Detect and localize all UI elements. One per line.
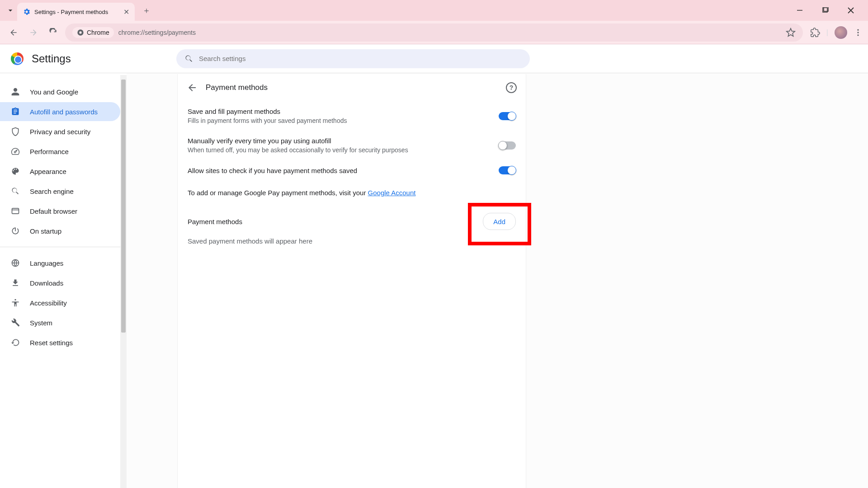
sidebar-item-you-and-google[interactable]: You and Google [0, 82, 120, 101]
forward-icon[interactable] [25, 24, 42, 41]
section-title: Payment methods [188, 218, 242, 225]
svg-point-11 [14, 299, 16, 300]
panel-header: Payment methods ? [178, 74, 526, 101]
sidebar-item-languages[interactable]: Languages [0, 253, 120, 272]
sidebar-item-system[interactable]: System [0, 313, 120, 332]
sidebar-item-appearance[interactable]: Appearance [0, 162, 120, 181]
search-input[interactable] [199, 55, 522, 62]
browser-toolbar: Chrome chrome://settings/payments | [0, 21, 868, 44]
sidebar-item-label: On startup [30, 227, 61, 235]
row-subtitle: Fills in payment forms with your saved p… [188, 117, 499, 124]
sidebar-item-label: Privacy and security [30, 128, 90, 136]
url-text: chrome://settings/payments [118, 29, 196, 36]
search-settings-bar[interactable] [176, 49, 530, 68]
sidebar-item-accessibility[interactable]: Accessibility [0, 293, 120, 312]
profile-avatar[interactable] [835, 26, 847, 39]
row-title: Save and fill payment methods [188, 108, 499, 115]
accessibility-icon [11, 298, 21, 307]
sidebar-item-label: Reset settings [30, 339, 73, 347]
back-icon[interactable] [5, 24, 22, 41]
close-window-icon[interactable] [843, 2, 859, 19]
row-subtitle: When turned off, you may be asked occasi… [188, 146, 499, 154]
minimize-icon[interactable] [792, 2, 808, 19]
wrench-icon [11, 318, 21, 327]
tab-search-dropdown-icon[interactable] [4, 4, 17, 17]
sidebar-item-label: Performance [30, 148, 69, 155]
gear-icon [23, 8, 31, 16]
reload-icon[interactable] [45, 24, 61, 41]
setting-row-verify: Manually verify every time you pay using… [178, 131, 526, 160]
tab-strip: Settings - Payment methods ✕ ＋ [0, 0, 868, 21]
setting-row-save-fill: Save and fill payment methods Fills in p… [178, 101, 526, 131]
chrome-icon [77, 29, 84, 36]
browser-window-icon [11, 206, 21, 216]
history-icon [11, 338, 21, 347]
more-menu-icon[interactable] [854, 28, 863, 37]
site-chip-label: Chrome [87, 29, 109, 36]
site-chip[interactable]: Chrome [72, 27, 114, 38]
sidebar-item-privacy[interactable]: Privacy and security [0, 122, 120, 141]
google-account-link[interactable]: Google Account [368, 189, 416, 197]
sidebar-item-reset[interactable]: Reset settings [0, 333, 120, 352]
clipboard-icon [11, 107, 21, 116]
settings-panel: Payment methods ? Save and fill payment … [177, 74, 526, 488]
sidebar-item-downloads[interactable]: Downloads [0, 273, 120, 292]
svg-point-6 [857, 32, 859, 33]
svg-rect-8 [12, 208, 19, 214]
search-icon [11, 187, 21, 196]
google-pay-info: To add or manage Google Pay payment meth… [178, 181, 526, 205]
person-icon [11, 87, 21, 96]
back-arrow-icon[interactable] [187, 82, 198, 93]
search-icon [184, 54, 193, 63]
sidebar-item-label: Accessibility [30, 299, 67, 307]
sidebar-item-on-startup[interactable]: On startup [0, 221, 120, 240]
sidebar-item-label: System [30, 319, 52, 327]
browser-tab[interactable]: Settings - Payment methods ✕ [17, 3, 135, 21]
new-tab-button[interactable]: ＋ [140, 4, 153, 17]
globe-icon [11, 258, 21, 267]
sidebar-item-autofill[interactable]: Autofill and passwords [0, 102, 120, 121]
bookmark-star-icon[interactable] [786, 28, 796, 38]
settings-header: Settings [0, 44, 868, 73]
window-controls [792, 2, 868, 19]
svg-point-4 [79, 31, 81, 33]
download-icon [11, 278, 21, 287]
address-bar[interactable]: Chrome chrome://settings/payments [65, 23, 803, 42]
sidebar-item-label: You and Google [30, 88, 78, 96]
chrome-logo-icon [11, 52, 24, 65]
sidebar-item-label: Languages [30, 259, 63, 267]
svg-point-7 [857, 34, 859, 36]
settings-sidebar: You and Google Autofill and passwords Pr… [0, 73, 120, 488]
svg-rect-0 [797, 10, 802, 11]
help-icon[interactable]: ? [506, 82, 517, 93]
gpay-prefix: To add or manage Google Pay payment meth… [188, 189, 368, 197]
sidebar-item-performance[interactable]: Performance [0, 142, 120, 161]
panel-title: Payment methods [206, 83, 268, 92]
sidebar-item-label: Default browser [30, 207, 77, 215]
settings-title: Settings [32, 52, 71, 65]
row-title: Manually verify every time you pay using… [188, 137, 499, 145]
tab-title: Settings - Payment methods [34, 9, 108, 15]
speedometer-icon [11, 147, 21, 156]
sidebar-item-search-engine[interactable]: Search engine [0, 182, 120, 201]
sidebar-divider [0, 247, 120, 247]
main-content: Payment methods ? Save and fill payment … [127, 73, 868, 488]
empty-state-message: Saved payment methods will appear here [178, 235, 526, 254]
sidebar-item-default-browser[interactable]: Default browser [0, 202, 120, 221]
toggle-verify[interactable] [499, 141, 516, 150]
extensions-icon[interactable] [810, 28, 820, 38]
toggle-save-fill[interactable] [499, 112, 516, 120]
sidebar-scrollbar[interactable] [120, 75, 127, 488]
sidebar-item-label: Search engine [30, 188, 74, 195]
shield-icon [11, 127, 21, 136]
power-icon [11, 226, 21, 235]
maximize-icon[interactable] [817, 2, 834, 19]
sidebar-item-label: Downloads [30, 279, 63, 287]
payment-methods-section-head: Payment methods Add [178, 205, 526, 235]
close-tab-icon[interactable]: ✕ [123, 8, 129, 16]
add-button[interactable]: Add [483, 213, 516, 230]
toggle-allow-sites[interactable] [499, 166, 516, 174]
setting-row-allow-sites: Allow sites to check if you have payment… [178, 160, 526, 181]
sidebar-item-label: Appearance [30, 168, 66, 175]
svg-point-5 [857, 29, 859, 30]
